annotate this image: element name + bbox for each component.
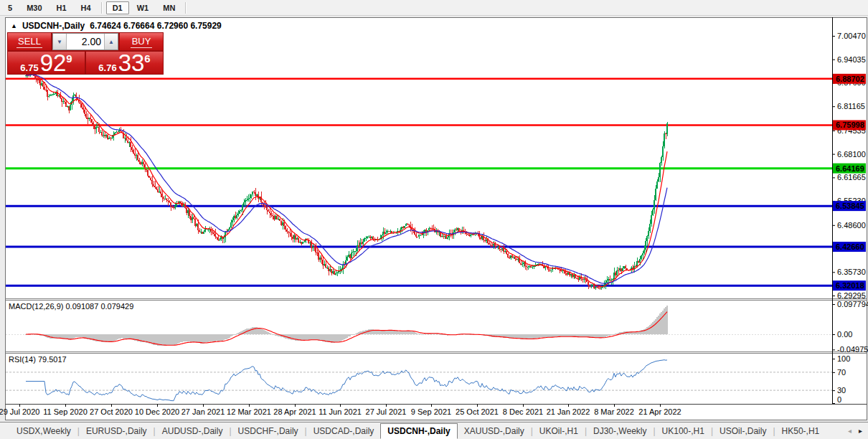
timeframe-button-5[interactable]: 5	[1, 1, 19, 14]
svg-text:25 Oct 2021: 25 Oct 2021	[456, 407, 499, 416]
ask-pip-digit: 6	[144, 52, 150, 65]
svg-text:-0.049757: -0.049757	[837, 345, 868, 354]
chart-tab-usdcnh-daily[interactable]: USDCNH-,Daily	[380, 423, 457, 439]
svg-text:0: 0	[837, 395, 841, 404]
symbol-label: USDCNH-,Daily	[22, 21, 85, 31]
bid-pip-digit: 9	[66, 52, 72, 65]
chart-tabs: USDX,Weekly|EURUSD-,Daily|AUDUSD-,Daily|…	[10, 423, 826, 439]
ohlc-values: 6.74624 6.76664 6.72960 6.75929	[90, 21, 222, 31]
svg-text:70: 70	[837, 368, 846, 377]
svg-text:21 Apr 2022: 21 Apr 2022	[638, 407, 681, 416]
bid-price-panel[interactable]: 6.75 92 9	[8, 52, 85, 74]
svg-text:30: 30	[837, 386, 846, 395]
volume-input[interactable]	[67, 34, 104, 49]
chart-tab-usdchf-daily[interactable]: USDCHF-,Daily	[232, 423, 305, 439]
chart-title: ▲ USDCNH-,Daily 6.74624 6.76664 6.72960 …	[11, 21, 222, 31]
svg-text:11 Jun 2021: 11 Jun 2021	[319, 407, 362, 416]
buy-button-label: BUY	[131, 36, 153, 48]
svg-text:27 Jan 2021: 27 Jan 2021	[181, 407, 225, 416]
svg-text:6.48600: 6.48600	[837, 221, 866, 230]
svg-text:6.35730: 6.35730	[837, 268, 866, 276]
tab-scroll-controls: ◂ ▸	[848, 423, 868, 439]
volume-decrease-button[interactable]: ▼	[53, 34, 67, 49]
svg-text:9 Sep 2021: 9 Sep 2021	[411, 407, 451, 416]
collapse-chart-icon[interactable]: ▲	[11, 22, 17, 29]
svg-text:6.68100: 6.68100	[837, 150, 866, 159]
svg-text:11 Sep 2020: 11 Sep 2020	[43, 407, 88, 416]
svg-text:6.88702: 6.88702	[836, 75, 864, 83]
svg-text:0.097794: 0.097794	[837, 300, 868, 308]
timeframe-button-w1[interactable]: W1	[131, 1, 156, 14]
svg-text:6.94035: 6.94035	[837, 55, 866, 64]
svg-text:8 Dec 2021: 8 Dec 2021	[503, 407, 543, 416]
timeframe-button-mn[interactable]: MN	[156, 1, 181, 14]
svg-text:27 Jul 2021: 27 Jul 2021	[366, 407, 407, 416]
chart-tab-dj30-weekly[interactable]: DJ30-,Weekly	[587, 423, 653, 439]
volume-stepper: ▼ ▲	[52, 33, 118, 50]
svg-text:6.53845: 6.53845	[836, 202, 864, 210]
ask-price-panel[interactable]: 6.76 33 6	[86, 52, 163, 74]
svg-text:6.81165: 6.81165	[837, 102, 865, 110]
timeframe-button-d1[interactable]: D1	[106, 1, 129, 14]
svg-text:6.42660: 6.42660	[836, 242, 864, 251]
svg-text:100: 100	[837, 354, 850, 363]
tabs-scroll-left-icon[interactable]: ◂	[848, 427, 852, 435]
volume-increase-button[interactable]: ▲	[104, 34, 118, 49]
chart-tab-xauusd-daily[interactable]: XAUUSD-,Daily	[458, 423, 531, 439]
svg-text:21 Jan 2022: 21 Jan 2022	[547, 407, 590, 416]
timeframe-button-h4[interactable]: H4	[75, 1, 98, 14]
svg-text:6.75998: 6.75998	[836, 121, 864, 129]
sell-button-label: SELL	[16, 36, 42, 48]
rsi-indicator-label: RSI(14) 79.5017	[9, 355, 67, 364]
bid-big-digits: 92	[40, 53, 67, 73]
svg-text:6.29295: 6.29295	[837, 291, 866, 300]
svg-text:28 Apr 2021: 28 Apr 2021	[273, 407, 316, 416]
toolbar-separator	[185, 2, 187, 14]
svg-text:7.00470: 7.00470	[837, 32, 866, 40]
one-click-trade-panel: SELL ▼ ▲ BUY 6.75 92 9 6.76 33 6	[7, 32, 164, 75]
ask-handle: 6.76	[98, 62, 116, 73]
svg-text:0.00: 0.00	[837, 330, 852, 339]
svg-text:10 Dec 2020: 10 Dec 2020	[135, 407, 179, 416]
ask-big-digits: 33	[118, 53, 145, 73]
chart-tab-uk100-h1[interactable]: UK100-,H1	[656, 423, 711, 439]
chart-tab-eurusd-daily[interactable]: EURUSD-,Daily	[80, 423, 154, 439]
chart-tab-audusd-daily[interactable]: AUDUSD-,Daily	[156, 423, 230, 439]
svg-text:6.64169: 6.64169	[836, 164, 864, 173]
timeframe-button-h1[interactable]: H1	[50, 1, 73, 14]
svg-text:6.61665: 6.61665	[837, 173, 866, 181]
chart-tab-ukoil-h1[interactable]: UKOil-,H1	[533, 423, 585, 439]
svg-text:6.32018: 6.32018	[836, 281, 864, 290]
toolbar-separator	[101, 2, 103, 14]
timeframe-toolbar: 5M30H1H4D1W1MN	[0, 0, 868, 16]
svg-text:12 Mar 2021: 12 Mar 2021	[227, 407, 271, 416]
chart-tab-usdx-weekly[interactable]: USDX,Weekly	[10, 423, 77, 439]
sell-button[interactable]: SELL	[8, 33, 51, 50]
svg-text:29 Jul 2020: 29 Jul 2020	[0, 407, 39, 416]
chart-tab-bar: USDX,Weekly|EURUSD-,Daily|AUDUSD-,Daily|…	[0, 422, 868, 439]
bid-handle: 6.75	[20, 62, 38, 73]
timeframe-button-m30[interactable]: M30	[20, 1, 48, 14]
chart-tab-hk50-h1[interactable]: HK50-,H1	[775, 423, 826, 439]
svg-text:27 Oct 2020: 27 Oct 2020	[90, 407, 133, 416]
macd-indicator-label: MACD(12,26,9) 0.091087 0.079429	[9, 302, 133, 311]
chart-tab-usoil-daily[interactable]: USOil-,Daily	[713, 423, 773, 439]
buy-button[interactable]: BUY	[120, 33, 163, 50]
tabs-scroll-right-icon[interactable]: ▸	[859, 427, 862, 435]
chart-tab-usdcad-daily[interactable]: USDCAD-,Daily	[307, 423, 381, 439]
svg-text:8 Mar 2022: 8 Mar 2022	[594, 407, 634, 416]
